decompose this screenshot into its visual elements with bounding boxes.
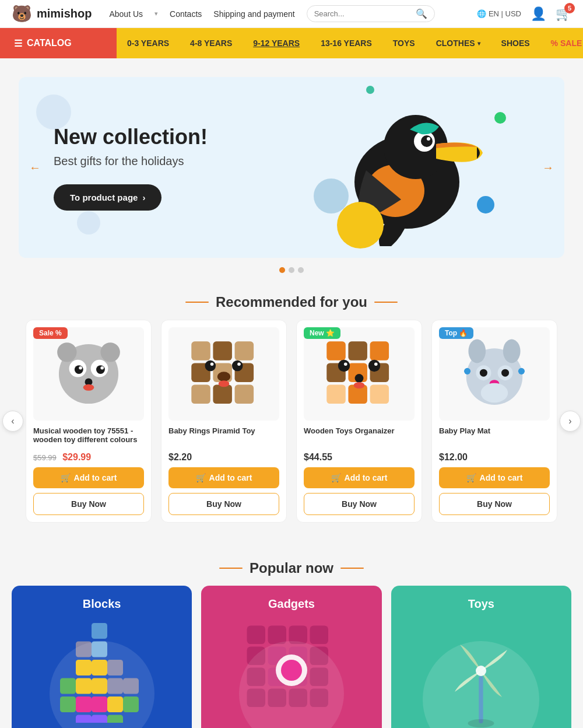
svg-rect-34 (370, 341, 389, 360)
svg-rect-23 (191, 385, 210, 404)
product-name-2: Baby Rings Piramid Toy (168, 426, 279, 447)
popular-card-title-blocks: Blocks (83, 597, 121, 611)
svg-point-46 (354, 382, 365, 388)
products-next-button[interactable]: › (560, 411, 581, 432)
cart-icon-1: 🛒 (61, 473, 71, 482)
svg-rect-18 (213, 341, 232, 360)
product-price-old-1: $59.99 (33, 453, 57, 462)
product-card-2: Baby Rings Piramid Toy $2.20 🛒 Add to ca… (161, 320, 287, 523)
nav-9-12-years[interactable]: 9-12 YEARS (243, 28, 310, 58)
product-image-1 (33, 327, 144, 421)
shipping-link[interactable]: Shipping and payment (213, 9, 294, 19)
popular-section: Popular now Blocks (0, 537, 583, 728)
svg-rect-19 (235, 341, 254, 360)
nav-toys[interactable]: TOYS (382, 28, 426, 58)
svg-point-48 (468, 340, 486, 363)
logo-text: mimishop (37, 7, 92, 20)
add-to-cart-button-2[interactable]: 🛒 Add to cart (168, 467, 279, 488)
product-price-normal-4: $12.00 (439, 452, 468, 462)
add-to-cart-button-1[interactable]: 🛒 Add to cart (33, 467, 144, 488)
hero-dot-3[interactable] (298, 267, 304, 273)
svg-point-11 (75, 365, 83, 374)
svg-point-52 (480, 369, 487, 377)
svg-point-54 (464, 368, 470, 374)
nav-shoes[interactable]: SHOES (491, 28, 540, 58)
popular-card-gadgets[interactable]: Gadgets (201, 586, 381, 728)
hero-dot-2[interactable] (289, 267, 294, 273)
svg-point-53 (501, 369, 509, 377)
popular-title: Popular now (12, 560, 571, 576)
svg-rect-17 (191, 341, 210, 360)
popular-title-text: Popular now (250, 560, 333, 576)
product-name-1: Musical wooden toy 75551 - wooden toy di… (33, 426, 144, 447)
nav-clothes[interactable]: CLOTHES ▾ (426, 28, 491, 58)
globe-icon: 🌐 (477, 9, 486, 18)
product-img-svg-3 (321, 336, 397, 412)
buy-now-button-1[interactable]: Buy Now (33, 493, 144, 515)
cart-button[interactable]: 🛒 5 (556, 6, 571, 22)
deco-dot-green (494, 112, 506, 124)
search-bar[interactable]: 🔍 (307, 5, 435, 22)
svg-rect-32 (326, 341, 346, 360)
hero-next-button[interactable]: → (538, 157, 559, 178)
product-price-3: $44.55 (304, 452, 415, 463)
hero-title: New collection! (54, 124, 529, 149)
logo-icon: 🐻 (12, 4, 32, 23)
svg-point-16 (83, 384, 94, 391)
svg-point-14 (100, 366, 104, 370)
recommended-title-text: Recommended for you (216, 294, 367, 310)
svg-point-8 (100, 342, 120, 362)
popular-card-blocks[interactable]: Blocks (12, 586, 192, 728)
svg-rect-38 (326, 385, 346, 404)
popular-card-title-toys: Toys (468, 597, 494, 611)
svg-point-12 (96, 365, 105, 374)
products-prev-button[interactable]: ‹ (2, 411, 23, 432)
user-icon[interactable]: 👤 (531, 6, 546, 22)
cart-count: 5 (564, 3, 575, 13)
nav-sale[interactable]: % SALE (540, 28, 583, 58)
catalog-nav-items: 0-3 YEARS 4-8 YEARS 9-12 YEARS 13-16 YEA… (117, 28, 583, 58)
svg-point-42 (368, 360, 380, 372)
search-input[interactable] (314, 9, 416, 18)
svg-point-43 (344, 363, 347, 366)
buy-now-button-3[interactable]: Buy Now (304, 493, 415, 515)
add-to-cart-button-3[interactable]: 🛒 Add to cart (304, 467, 415, 488)
svg-point-7 (57, 342, 76, 362)
svg-point-29 (237, 363, 241, 366)
buy-now-button-4[interactable]: Buy Now (439, 493, 550, 515)
about-us-link[interactable]: About Us (109, 9, 143, 19)
svg-point-41 (338, 360, 350, 372)
search-icon[interactable]: 🔍 (416, 8, 427, 19)
catalog-navigation: ☰ CATALOG 0-3 YEARS 4-8 YEARS 9-12 YEARS… (0, 28, 583, 58)
about-us-chevron: ▾ (154, 10, 158, 18)
catalog-label: CATALOG (27, 38, 72, 48)
deco-circle-2 (77, 211, 100, 235)
popular-card-toys[interactable]: Toys (391, 586, 571, 728)
popular-grid: Blocks (12, 586, 571, 728)
hero-cta-button[interactable]: To product page › (54, 184, 161, 211)
nav-0-3-years[interactable]: 0-3 YEARS (117, 28, 180, 58)
cart-icon-4: 🛒 (466, 473, 476, 482)
svg-point-27 (232, 360, 243, 372)
buy-now-button-2[interactable]: Buy Now (168, 493, 279, 515)
add-to-cart-button-4[interactable]: 🛒 Add to cart (439, 467, 550, 488)
clothes-label: CLOTHES (436, 38, 475, 48)
recommended-title: Recommended for you (5, 294, 578, 310)
nav-13-16-years[interactable]: 13-16 YEARS (310, 28, 382, 58)
svg-rect-58 (92, 623, 107, 639)
recommended-section: Recommended for you ‹ Sale % (0, 294, 583, 537)
product-price-1: $59.99 $29.99 (33, 452, 144, 463)
product-price-normal-3: $44.55 (304, 452, 332, 462)
hero-dots (9, 267, 574, 273)
product-image-3 (304, 327, 415, 421)
contacts-link[interactable]: Contacts (170, 9, 202, 19)
hero-dot-1[interactable] (279, 267, 285, 273)
popular-card-title-gadgets: Gadgets (268, 597, 315, 611)
nav-4-8-years[interactable]: 4-8 YEARS (180, 28, 243, 58)
product-name-3: Wooden Toys Organaizer (304, 426, 415, 447)
hero-prev-button[interactable]: ← (24, 157, 45, 178)
product-badge-3: New ⭐ (304, 327, 340, 339)
catalog-button[interactable]: ☰ CATALOG (0, 28, 117, 58)
language-selector[interactable]: 🌐 EN | USD (477, 9, 521, 18)
logo[interactable]: 🐻 mimishop (12, 4, 92, 23)
